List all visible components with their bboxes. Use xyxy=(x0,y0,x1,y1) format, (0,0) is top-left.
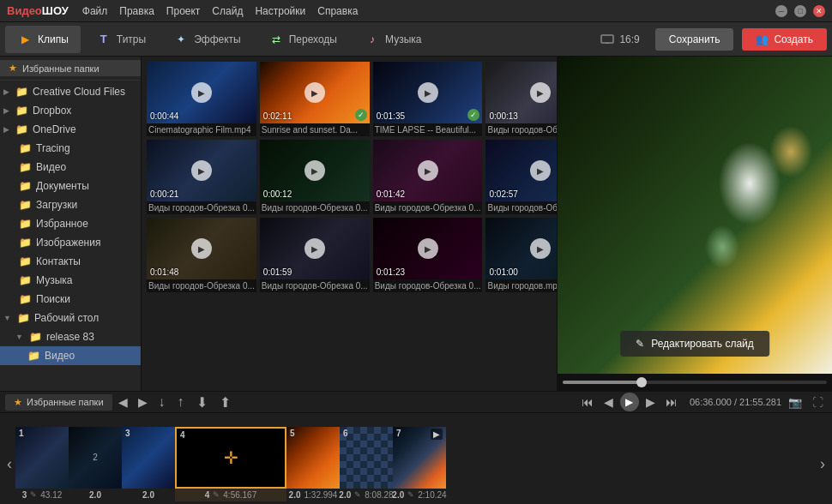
tab-effects[interactable]: ✦ Эффекты xyxy=(161,26,253,53)
strip-item-3[interactable]: 3 2.0 xyxy=(122,427,175,501)
tab-effects-label: Эффекты xyxy=(194,33,241,45)
nav-back-button[interactable]: ◀ xyxy=(114,393,132,411)
toolbar: ▶ Клипы T Титры ✦ Эффекты ⇄ Переходы ♪ М… xyxy=(0,22,832,57)
title-bar: ВидеоШОУ Файл Правка Проект Слайд Настро… xyxy=(0,0,832,22)
media-grid: ▶ 0:00:44 Cinematographic Film.mp4 ▶ 0:0… xyxy=(142,57,557,391)
fullscreen-button[interactable]: ⛶ xyxy=(809,394,827,411)
strip-duration: 43.12 xyxy=(40,490,62,500)
screenshot-button[interactable]: 📷 xyxy=(785,394,805,411)
media-item-2[interactable]: ▶ 0:01:35 ✓ TIME LAPSE -- Beautiful... xyxy=(373,62,483,136)
media-item-11[interactable]: ▶ 0:01:00 Виды городов.mp4 xyxy=(485,218,557,292)
menu-file[interactable]: Файл xyxy=(82,5,108,17)
menu-project[interactable]: Проект xyxy=(166,5,201,17)
create-button[interactable]: 👥 Создать xyxy=(742,28,827,51)
strip-thumb: 6 xyxy=(340,427,393,489)
strip-item-1[interactable]: 1 3 ✎ 43.12 xyxy=(15,427,69,501)
strip-item-2[interactable]: 2 2.0 xyxy=(69,427,122,501)
menu-slide[interactable]: Слайд xyxy=(212,5,243,17)
edit-slide-label: Редактировать слайд xyxy=(651,338,754,350)
sidebar-item-dropbox[interactable]: ▶ 📁 Dropbox xyxy=(0,101,141,120)
play-button[interactable]: ▶ xyxy=(620,393,639,411)
strip-item-7[interactable]: ▶ 7 2.0 ✎ 2:10.24 xyxy=(393,427,446,501)
timecode: 06:36.000 / 21:55.281 xyxy=(690,397,781,407)
add-down-button[interactable]: ↓ xyxy=(154,393,171,411)
media-item-0[interactable]: ▶ 0:00:44 Cinematographic Film.mp4 xyxy=(147,62,256,136)
edit-slide-button[interactable]: ✎ Редактировать слайд xyxy=(620,331,769,357)
strip-meta: 2.0 ✎ 8:08.28 xyxy=(339,489,393,501)
menu-edit[interactable]: Правка xyxy=(119,5,154,17)
media-item-4[interactable]: ▶ 0:00:21 Виды городов-Обрезка 0... xyxy=(147,140,256,214)
sidebar-item-documents[interactable]: 📁 Документы xyxy=(0,177,141,195)
tab-music[interactable]: ♪ Музыка xyxy=(353,26,433,53)
folder-icon: 📁 xyxy=(15,123,28,135)
step-fwd-button[interactable]: ▶ xyxy=(642,393,659,411)
sidebar-item-music[interactable]: 📁 Музыка xyxy=(0,271,141,290)
aspect-ratio-label: 16:9 xyxy=(619,33,639,45)
skip-fwd-button[interactable]: ⏭ xyxy=(662,393,681,411)
sidebar-item-desktop[interactable]: ▼ 📁 Рабочий стол xyxy=(0,309,141,327)
tab-titles-label: Титры xyxy=(117,33,146,45)
strip-index: 1 xyxy=(19,429,24,438)
strip-meta: 2.0 xyxy=(89,489,101,501)
expand-icon: ▶ xyxy=(3,106,9,115)
strip-index: 2 xyxy=(93,453,98,462)
menu-help[interactable]: Справка xyxy=(317,5,358,17)
strip-item-4[interactable]: ✛ 4 4 ✎ 4:56.167 xyxy=(175,427,286,501)
sidebar-item-video2[interactable]: 📁 Видео xyxy=(0,346,141,365)
favorites-folder-button[interactable]: ★ Избранные папки xyxy=(5,394,112,411)
media-item-5[interactable]: ▶ 0:00:12 Виды городов-Обрезка 0... xyxy=(260,140,370,214)
strip-next-button[interactable]: › xyxy=(817,452,829,477)
save-button[interactable]: Сохранить xyxy=(655,28,734,51)
folder-icon: 📁 xyxy=(19,255,32,267)
create-label: Создать xyxy=(774,33,813,45)
sidebar-item-downloads[interactable]: 📁 Загрузки xyxy=(0,195,141,214)
sidebar-item-video[interactable]: 📁 Видео xyxy=(0,158,141,177)
strip-prev-button[interactable]: ‹ xyxy=(3,452,15,477)
sidebar-item-tracing[interactable]: 📁 Tracing xyxy=(0,139,141,158)
media-item-9[interactable]: ▶ 0:01:59 Виды городов-Обрезка 0... xyxy=(260,218,370,292)
sidebar-item-images[interactable]: 📁 Изображения xyxy=(0,233,141,252)
pencil-icon: ✎ xyxy=(636,338,644,350)
favorites-button[interactable]: ★ Избранные папки xyxy=(0,60,141,76)
minimize-button[interactable]: ─ xyxy=(775,5,787,17)
strip-thumb: 2 xyxy=(69,427,122,489)
close-button[interactable]: ✕ xyxy=(813,5,825,17)
strip-item-5[interactable]: 5 2.0 1:32.994 xyxy=(286,427,340,501)
progress-track[interactable] xyxy=(563,381,827,384)
media-thumb-img: ▶ 0:01:23 xyxy=(373,218,483,279)
strip-index: 4 xyxy=(180,430,185,440)
skip-back-button[interactable]: ⏮ xyxy=(578,393,597,411)
strip-container: 1 3 ✎ 43.12 2 2.0 3 2.0 xyxy=(15,413,817,504)
media-item-6[interactable]: ▶ 0:01:42 Виды городов-Обрезка 0... xyxy=(373,140,483,214)
media-duration: 0:01:35 xyxy=(377,111,405,121)
media-item-3[interactable]: ▶ 0:00:13 Виды городов-Обрезка 0... xyxy=(485,62,557,136)
media-item-1[interactable]: ▶ 0:02:11 ✓ Sunrise and sunset. Da... xyxy=(260,62,370,136)
sidebar-item-contacts[interactable]: 📁 Контакты xyxy=(0,252,141,271)
media-item-7[interactable]: ▶ 0:02:57 Виды городов-Обрезка 0... xyxy=(485,140,557,214)
tab-titles[interactable]: T Титры xyxy=(84,26,158,53)
title-bar-left: ВидеоШОУ Файл Правка Проект Слайд Настро… xyxy=(7,4,358,17)
tab-transitions[interactable]: ⇄ Переходы xyxy=(256,26,349,53)
tab-clips[interactable]: ▶ Клипы xyxy=(5,26,81,53)
sidebar-item-favorites[interactable]: 📁 Избранное xyxy=(0,214,141,233)
sidebar-item-onedrive[interactable]: ▶ 📁 OneDrive xyxy=(0,120,141,139)
progress-thumb[interactable] xyxy=(636,377,647,387)
menu-settings[interactable]: Настройки xyxy=(255,5,305,17)
insert-up-button[interactable]: ⬆ xyxy=(214,393,236,412)
strip-thumb: 1 xyxy=(15,427,69,489)
nav-forward-button[interactable]: ▶ xyxy=(134,393,152,411)
media-duration: 0:01:23 xyxy=(377,267,405,277)
media-item-10[interactable]: ▶ 0:01:23 Виды городов-Обрезка 0... xyxy=(373,218,483,292)
media-item-8[interactable]: ▶ 0:01:48 Виды городов-Обрезка 0... xyxy=(147,218,256,292)
strip-duration: 1:32.994 xyxy=(304,490,337,500)
add-up-button[interactable]: ↑ xyxy=(172,393,190,411)
sidebar-item-search[interactable]: 📁 Поиски xyxy=(0,290,141,309)
step-back-button[interactable]: ◀ xyxy=(600,393,617,411)
sidebar-item-creative-cloud[interactable]: ▶ 📁 Creative Cloud Files xyxy=(0,82,141,101)
insert-down-button[interactable]: ⬇ xyxy=(191,393,213,412)
strip-item-6[interactable]: 6 2.0 ✎ 8:08.28 xyxy=(340,427,393,501)
sidebar-item-release83[interactable]: ▼ 📁 release 83 xyxy=(0,327,141,346)
maximize-button[interactable]: □ xyxy=(794,5,806,17)
svg-rect-1 xyxy=(606,43,609,44)
play-icon: ▶ xyxy=(530,160,551,181)
